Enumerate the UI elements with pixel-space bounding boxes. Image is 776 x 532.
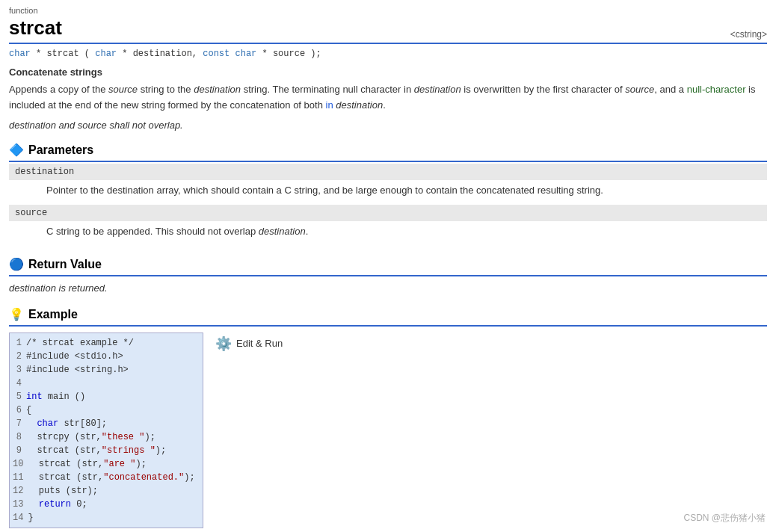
edit-run-button[interactable]: ⚙️ Edit & Run <box>215 335 283 352</box>
summary-title: Concatenate strings <box>9 66 767 78</box>
parameters-section-header: 🔷 Parameters <box>9 143 767 162</box>
function-label: function <box>9 6 767 15</box>
parameters-icon: 🔷 <box>9 143 24 158</box>
code-line-14: 14} <box>10 511 203 525</box>
gear-icon: ⚙️ <box>215 335 232 352</box>
code-line-10: 10 strcat (str,"are "); <box>10 457 203 471</box>
edit-run-label: Edit & Run <box>236 338 283 349</box>
function-signature: char * strcat ( char * destination, cons… <box>9 49 767 59</box>
example-title: Example <box>28 308 78 321</box>
return-value-icon: 🔵 <box>9 257 24 272</box>
param-source-desc: C string to be appended. This should not… <box>9 221 767 245</box>
code-line-12: 12 puts (str); <box>10 484 203 498</box>
function-title-bar: strcat <cstring> <box>9 16 767 44</box>
example-section-header: 💡 Example <box>9 307 767 327</box>
example-icon: 💡 <box>9 307 24 322</box>
code-line-3: 3#include <string.h> <box>10 363 203 377</box>
code-line-9: 9 strcat (str,"strings "); <box>10 444 203 457</box>
code-line-5: 5int main () <box>10 390 203 403</box>
code-line-8: 8 strcpy (str,"these "); <box>10 430 203 444</box>
code-line-2: 2#include <stdio.h> <box>10 350 203 363</box>
watermark: CSDN @悲伤猪小猪 <box>683 512 766 525</box>
summary-note: destination and source shall not overlap… <box>9 120 767 131</box>
code-line-1: 1/* strcat example */ <box>10 336 203 350</box>
code-line-13: 13 return 0; <box>10 498 203 511</box>
return-value-title: Return Value <box>28 258 102 271</box>
cstring-tag: <cstring> <box>730 29 767 40</box>
example-container: 1/* strcat example */ 2#include <stdio.h… <box>9 332 767 528</box>
parameters-title: Parameters <box>28 143 93 157</box>
code-block: 1/* strcat example */ 2#include <stdio.h… <box>9 332 203 528</box>
code-line-11: 11 strcat (str,"concatenated."); <box>10 471 203 484</box>
code-line-7: 7 char str[80]; <box>10 417 203 430</box>
function-name: strcat <box>9 16 62 40</box>
return-value-section-header: 🔵 Return Value <box>9 257 767 276</box>
code-line-4: 4 <box>10 377 203 390</box>
param-destination-desc: Pointer to the destination array, which … <box>9 180 767 204</box>
return-value-desc: destination is returned. <box>9 281 767 295</box>
param-destination-row: destination <box>9 164 767 180</box>
param-source-row: source <box>9 205 767 221</box>
code-line-6: 6{ <box>10 403 203 417</box>
summary-description: Appends a copy of the source string to t… <box>9 82 767 114</box>
